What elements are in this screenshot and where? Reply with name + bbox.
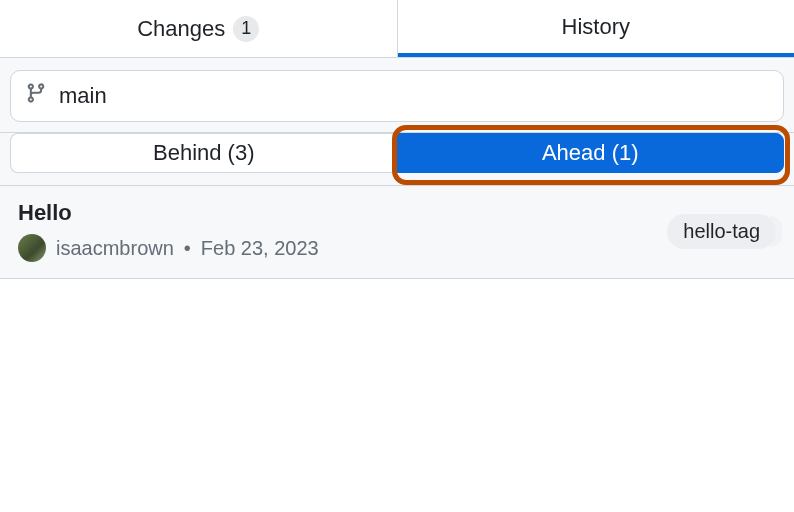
commit-title: Hello [18, 200, 319, 226]
commit-info: Hello isaacmbrown • Feb 23, 2023 [18, 200, 319, 262]
commit-list: Hello isaacmbrown • Feb 23, 2023 hello-t… [0, 185, 794, 279]
tab-changes-label: Changes [137, 16, 225, 42]
commit-date: Feb 23, 2023 [201, 237, 319, 260]
tab-history[interactable]: History [398, 0, 795, 57]
top-tabs: Changes 1 History [0, 0, 794, 58]
changes-count-badge: 1 [233, 16, 259, 42]
segment-behind[interactable]: Behind (3) [10, 133, 397, 173]
segment-ahead-label: Ahead (1) [542, 140, 639, 166]
git-branch-icon [25, 82, 47, 110]
segment-behind-label: Behind (3) [153, 140, 255, 166]
meta-separator: • [184, 237, 191, 260]
commit-tag: hello-tag [667, 214, 776, 249]
ahead-behind-segmented: Behind (3) Ahead (1) [0, 133, 794, 185]
branch-selector-row: main [0, 58, 794, 133]
tab-history-label: History [562, 14, 630, 40]
tab-changes[interactable]: Changes 1 [0, 0, 398, 57]
commit-meta: isaacmbrown • Feb 23, 2023 [18, 234, 319, 262]
avatar [18, 234, 46, 262]
commit-author: isaacmbrown [56, 237, 174, 260]
commit-item[interactable]: Hello isaacmbrown • Feb 23, 2023 hello-t… [0, 186, 794, 279]
branch-selector[interactable]: main [10, 70, 784, 122]
segment-ahead[interactable]: Ahead (1) [397, 133, 785, 173]
branch-name: main [59, 83, 107, 109]
